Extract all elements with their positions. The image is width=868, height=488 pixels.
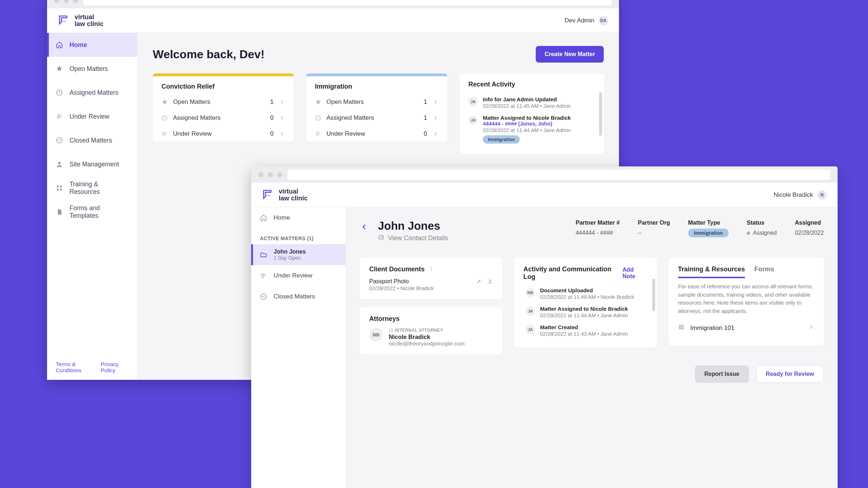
stat-count: 1 [418,114,427,122]
scrollbar-thumb[interactable] [652,279,655,311]
contact-icon [378,234,384,242]
stat-row[interactable]: Assigned Matters 0 [153,110,294,126]
meta-label: Matter Type [688,220,729,226]
add-note-link[interactable]: Add Note [623,267,648,280]
card-stripe [306,73,447,76]
tile-icon [678,324,684,332]
activity-item[interactable]: JA Matter Created 02/28/2022 at 11:43 AM… [523,321,648,340]
stat-count: 1 [418,98,427,106]
activity-item[interactable]: JA Matter Assigned to Nicole Bradick 444… [466,112,597,147]
meta-assigned: Assigned 02/28/2022 [795,220,824,236]
meta-label: Partner Matter # [576,220,620,226]
meta-value: 02/28/2022 [795,230,824,236]
activity-meta: 02/28/2022 at 11:49 AM • Nicole Bradick [540,294,634,300]
create-matter-button[interactable]: Create New Matter [536,46,604,63]
sidebar-item-under-review[interactable]: Under Review [47,105,137,128]
chevron-right-icon [279,115,285,121]
home-icon [56,41,63,48]
activity-avatar: JA [526,306,535,316]
sidebar-item-assigned-matters[interactable]: Assigned Matters [47,81,137,105]
chevron-right-icon [432,99,439,105]
meta-value: -- [638,230,670,236]
meta-matter-type: Matter Type Immigration [688,220,729,236]
traffic-lights [54,0,78,3]
browser-chrome [251,166,838,183]
svg-point-18 [269,195,270,196]
ready-for-review-button[interactable]: Ready for Review [756,365,824,383]
view-contact-link[interactable]: View Contact Details [378,234,448,242]
stat-row[interactable]: Under Review 0 [153,126,294,142]
status-value: Assigned [753,230,777,236]
tab-forms[interactable]: Forms [754,266,774,278]
sidebar-item-under-review[interactable]: Under Review [251,265,346,286]
logo-text: virtuallaw clinic [75,14,104,27]
address-bar[interactable] [83,0,612,5]
matter-main: John Jones View Contact Details Partner … [346,207,838,488]
attorney-row[interactable]: NB INTERNAL ATTORNEY Nicole Bradick nico… [369,328,493,347]
activity-item[interactable]: JA Matter Assigned to Nicole Bradick 02/… [523,303,648,321]
activity-meta: 02/28/2022 at 11:44 AM • Jane Admin [540,313,628,318]
resources-panel: Training & Resources Forms For ease of r… [669,258,824,346]
sidebar-matter-item[interactable]: John Jones 1 Day Open [251,244,346,265]
more-icon[interactable] [428,266,434,273]
meta-label: Assigned [795,220,824,226]
edit-icon[interactable] [476,278,482,285]
sidebar-item-open-matters[interactable]: Open Matters [47,57,137,81]
person-icon [56,161,63,168]
activity-item[interactable]: JA Info for Jane Admin Updated 02/28/202… [466,93,597,112]
sidebar-item-home[interactable]: Home [47,33,137,57]
stat-row[interactable]: Open Matters 1 [306,94,447,110]
stat-row[interactable]: Open Matters 1 [153,94,294,110]
brand-logo[interactable]: virtuallaw clinic [262,188,308,202]
report-issue-button[interactable]: Report Issue [695,365,749,383]
sidebar-item-home[interactable]: Home [251,207,346,228]
sidebar-item-closed-matters[interactable]: Closed Matters [47,128,137,152]
resource-title: Immigration 101 [690,324,734,332]
document-icon [56,208,63,216]
activity-item[interactable]: NB Document Uploaded 02/28/2022 at 11:49… [523,284,648,303]
header-user[interactable]: Dev Admin DA [565,16,608,25]
back-button[interactable] [360,222,368,233]
tab-training[interactable]: Training & Resources [678,266,745,278]
privacy-link[interactable]: Privacy Policy [101,361,128,373]
scrollbar-thumb[interactable] [599,92,602,136]
stat-count: 0 [264,114,274,122]
resources-description: For ease of reference you can access all… [678,283,814,315]
stat-row[interactable]: Assigned Matters 1 [306,110,447,126]
card-title: Conviction Relief [153,76,294,94]
header-user[interactable]: Nicole Bradick N [774,190,827,200]
sidebar-item-label: Under Review [69,113,109,120]
clock-icon [161,115,168,121]
app-header: virtuallaw clinic Nicole Bradick N [251,183,838,207]
sidebar-item-site-management[interactable]: Site Management [47,152,137,176]
svg-point-14 [64,21,65,22]
sidebar-item-label: Training & Resources [69,181,128,196]
matter-client-name: John Jones [378,220,448,233]
stat-row[interactable]: Under Review 0 [306,126,447,142]
stat-card-immigration: Immigration Open Matters 1 Assigned Matt… [306,73,447,142]
traffic-dot [64,0,69,3]
brand-logo[interactable]: virtuallaw clinic [58,14,104,27]
terms-link[interactable]: Terms & Conditions [56,361,94,373]
meta-value: 444444 - #### [576,230,620,236]
activity-link[interactable]: 444444 - #### (Jones, John) [483,121,571,127]
activity-avatar: JA [526,325,535,334]
attorneys-panel: Attorneys NB INTERNAL ATTORNEY Nicole Br… [360,307,502,355]
document-row[interactable]: Passport Photo 02/28/2022 • Nicole Bradi… [369,278,493,291]
attorney-email: nicole@theoryandprinciple.com [389,340,465,347]
resource-row[interactable]: Immigration 101 [678,318,814,338]
folder-icon [260,251,267,258]
sidebar-item-forms[interactable]: Forms and Templates [47,200,137,224]
stat-label: Open Matters [326,98,413,106]
sidebar-item-closed-matters[interactable]: Closed Matters [251,286,346,307]
download-icon[interactable] [487,278,493,285]
sidebar-item-label: Forms and Templates [69,204,128,220]
traffic-dot [73,0,78,3]
matter-sub: 1 Day Open [274,255,306,261]
sidebar-item-training[interactable]: Training & Resources [47,176,137,200]
address-bar[interactable] [287,170,830,180]
traffic-dot [54,0,59,3]
clock-icon [56,89,63,96]
panel-title: Client Documents [369,266,425,273]
sidebar-item-label: Assigned Matters [69,89,118,97]
